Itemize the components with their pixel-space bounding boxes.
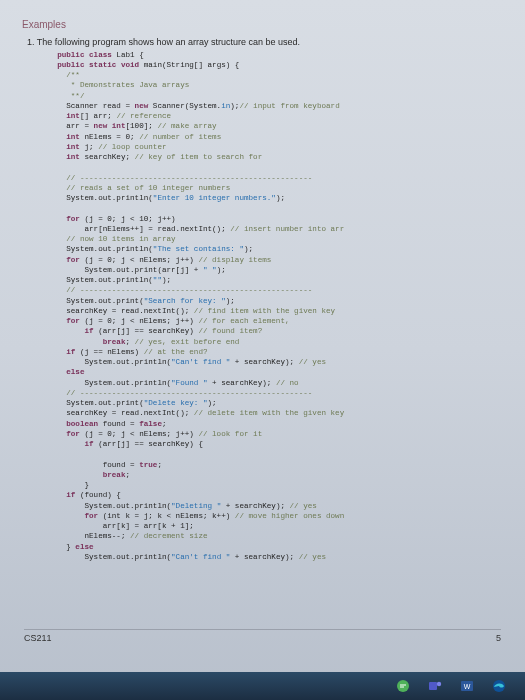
section-heading: Examples <box>22 18 503 32</box>
word-icon[interactable]: W <box>459 678 475 694</box>
windows-taskbar[interactable]: W <box>0 672 525 700</box>
svg-rect-1 <box>429 682 437 690</box>
course-code: CS211 <box>24 632 52 644</box>
page-footer: CS211 5 <box>24 629 501 644</box>
page-number: 5 <box>496 632 501 644</box>
teams-icon[interactable] <box>427 678 443 694</box>
svg-point-2 <box>437 682 441 686</box>
svg-point-0 <box>397 680 409 692</box>
edge-icon[interactable] <box>491 678 507 694</box>
example-intro: 1. The following program shows how an ar… <box>36 36 503 48</box>
code-listing: public class Lab1 { public static void m… <box>48 50 503 563</box>
svg-text:W: W <box>464 683 471 690</box>
chat-icon[interactable] <box>395 678 411 694</box>
